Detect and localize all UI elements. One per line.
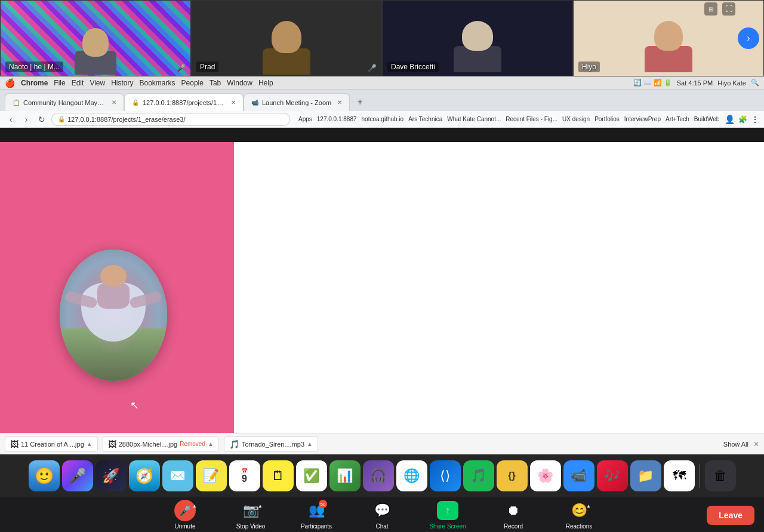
tab-close-2[interactable]: ✕ (231, 99, 236, 106)
participants-count-badge: 50 (319, 500, 327, 508)
unmute-button[interactable]: 🎤 ▲ Unmute (152, 497, 218, 532)
bookmark-art[interactable]: Art+Tech (666, 116, 689, 122)
leave-button[interactable]: Leave (707, 506, 754, 525)
time-display: Sat 4:15 PM (677, 79, 713, 87)
dock-notes[interactable]: 📝 (196, 460, 227, 491)
reload-button[interactable]: ↻ (36, 113, 48, 125)
download-name-1: 11 Creation of A....jpg (21, 441, 84, 448)
tab-close-3[interactable]: ✕ (337, 99, 342, 106)
bookmark-local[interactable]: 127.0.0.1:8887 (317, 116, 357, 122)
dock-finder[interactable]: 🙂 (29, 460, 60, 491)
dock-stickies[interactable]: 🗒 (263, 460, 294, 491)
dock-calendar[interactable]: 📅9 (229, 460, 260, 491)
stop-video-label: Stop Video (236, 523, 266, 530)
status-icons: 🔄 ⌨️ 📶 🔋 (633, 79, 672, 87)
zoom-toolbar: 🎤 ▲ Unmute 📷 ▲ Stop Video 👥 50 Participa… (0, 497, 764, 532)
record-button[interactable]: ⏺ Record (480, 497, 546, 532)
record-icon: ⏺ (503, 500, 524, 521)
dock-launchpad[interactable]: 🚀 (96, 460, 127, 491)
download-item-3[interactable]: 🎵 Tornado_Siren....mp3 ▲ (224, 436, 318, 452)
tab-local-project[interactable]: 🔒 127.0.0.1:8887/projects/1_er... ✕ (124, 93, 244, 111)
next-arrow-button[interactable]: › (738, 27, 759, 49)
stop-video-button[interactable]: 📷 ▲ Stop Video (218, 497, 284, 532)
dock-finder-files[interactable]: 📁 (630, 460, 661, 491)
tab-zoom[interactable]: 📹 Launch Meeting - Zoom ✕ (244, 93, 350, 111)
extensions-icon[interactable]: 🧩 (738, 115, 747, 124)
show-all-downloads-button[interactable]: Show All (723, 441, 748, 448)
bookmark-portfolios[interactable]: Portfolios (594, 116, 620, 122)
view-menu[interactable]: View (90, 79, 105, 87)
url-input[interactable]: 🔒 127.0.0.1:8887/projects/1_erase/erase3… (51, 113, 290, 126)
dock-chrome[interactable]: 🌐 (396, 460, 427, 491)
tab-community-hangout[interactable]: 📋 Community Hangout May 202... ✕ (5, 93, 124, 111)
history-menu[interactable]: History (111, 79, 133, 87)
dock-siri[interactable]: 🎤 (62, 460, 93, 491)
back-button[interactable]: ‹ (5, 113, 17, 125)
bookmark-kate[interactable]: What Kate Cannot... (447, 116, 501, 122)
download-item-2[interactable]: 🖼 2880px-Michel....jpg Removed ▲ (103, 436, 219, 452)
url-text: 127.0.0.1:8887/projects/1_erase/erase3/ (67, 116, 186, 123)
bookmark-interview[interactable]: InterviewPrep (624, 116, 661, 122)
unmute-chevron[interactable]: ▲ (192, 503, 197, 509)
participants-button[interactable]: 👥 50 Participants (284, 497, 349, 532)
canvas-image (60, 250, 167, 381)
dock-safari[interactable]: 🧭 (129, 460, 160, 491)
grid-view-icon[interactable]: ⊞ (704, 2, 717, 16)
tab-label-3: Launch Meeting - Zoom (262, 99, 331, 106)
dock-spotify[interactable]: 🎵 (463, 460, 494, 491)
dock-trash[interactable]: 🗑 (705, 460, 736, 491)
forward-button[interactable]: › (20, 113, 32, 125)
downloads-close-button[interactable]: ✕ (753, 440, 759, 448)
window-menu[interactable]: Window (227, 79, 252, 87)
fullscreen-icon[interactable]: ⛶ (722, 2, 735, 16)
new-tab-button[interactable]: + (352, 94, 368, 110)
participants-icon: 👥 50 (306, 500, 327, 521)
bookmark-recent[interactable]: Recent Files - Fig... (506, 116, 557, 122)
download-chevron-2[interactable]: ▲ (208, 441, 214, 447)
dock-djay[interactable]: 🎧 (363, 460, 394, 491)
reactions-button[interactable]: 😊 ▲ Reactions (546, 497, 612, 532)
tab-label-1: Community Hangout May 202... (23, 99, 106, 106)
download-chevron-3[interactable]: ▲ (307, 441, 313, 447)
reactions-chevron[interactable]: ▲ (586, 503, 591, 509)
bookmark-hotcoa[interactable]: hotcoa.github.io (362, 116, 404, 122)
dock-maps[interactable]: 🗺 (664, 460, 695, 491)
help-menu[interactable]: Help (258, 79, 273, 87)
dock-reminders[interactable]: ✅ (296, 460, 327, 491)
download-removed-badge: Removed (180, 441, 205, 447)
dock-ok-json[interactable]: {} (497, 460, 528, 491)
bookmark-apps[interactable]: Apps (298, 116, 312, 122)
video-tile-hiyo: Hiyo (573, 0, 764, 76)
canvas-area[interactable]: ↖ (0, 142, 234, 454)
edit-menu[interactable]: Edit (72, 79, 84, 87)
dock-zoom[interactable]: 📹 (563, 460, 594, 491)
download-item-1[interactable]: 🖼 11 Creation of A....jpg ▲ (5, 436, 98, 452)
dock-numbers[interactable]: 📊 (329, 460, 361, 491)
tab-close-1[interactable]: ✕ (112, 99, 116, 106)
download-icon-2: 🖼 (108, 439, 116, 449)
dock-photos[interactable]: 🌸 (530, 460, 561, 491)
bookmark-ux[interactable]: UX design (562, 116, 590, 122)
profile-icon[interactable]: 👤 (725, 115, 735, 124)
dock-mail[interactable]: ✉️ (162, 460, 193, 491)
tab-menu[interactable]: Tab (210, 79, 221, 87)
bookmark-ars[interactable]: Ars Technica (408, 116, 442, 122)
chat-button[interactable]: 💬 Chat (349, 497, 415, 532)
chrome-menu-icon[interactable]: ⋮ (751, 115, 759, 124)
bookmarks-menu[interactable]: Bookmarks (140, 79, 175, 87)
app-menu[interactable]: Chrome (21, 79, 48, 87)
white-canvas-area[interactable] (234, 142, 764, 454)
apple-menu[interactable]: 🍎 (5, 78, 15, 88)
stop-video-chevron[interactable]: ▲ (258, 503, 263, 509)
dock-vscode[interactable]: ⟨⟩ (430, 460, 461, 491)
file-menu[interactable]: File (54, 79, 65, 87)
spotlight-icon[interactable]: 🔍 (751, 79, 759, 87)
people-menu[interactable]: People (181, 79, 204, 87)
dock-music[interactable]: 🎶 (597, 460, 628, 491)
bookmark-build[interactable]: BuildWebsite (694, 116, 719, 122)
dock-separator (700, 464, 700, 488)
download-chevron-1[interactable]: ▲ (87, 441, 93, 447)
video-tile-naoto: Naoto | he | M... 🎤 (0, 0, 191, 76)
reactions-icon: 😊 ▲ (568, 500, 590, 521)
share-screen-button[interactable]: ↑ Share Screen (415, 497, 480, 532)
